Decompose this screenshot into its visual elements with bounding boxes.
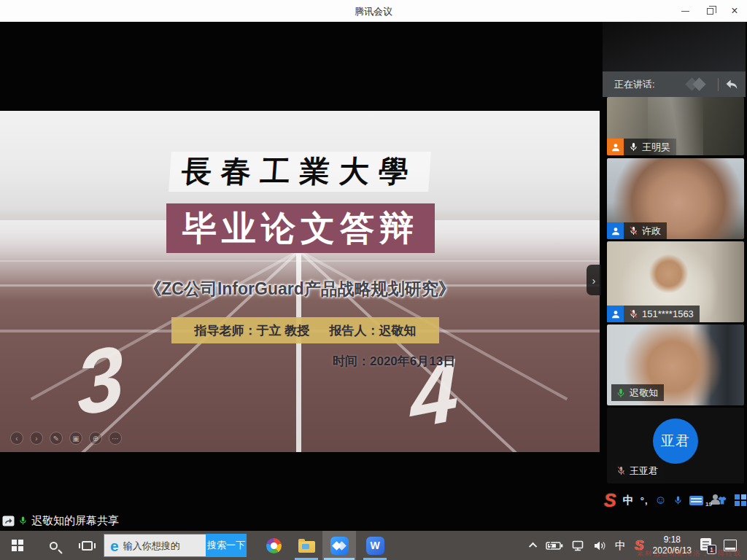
date-label: 时间：2020年6月13日: [333, 353, 455, 370]
tray-ime-mode[interactable]: 中: [615, 539, 626, 553]
taskbar-app-tencent-meeting[interactable]: [322, 531, 356, 560]
stock-watermark: 素材选自站酷海洛，不得转载: [637, 548, 741, 559]
ime-voice-icon[interactable]: [673, 494, 683, 506]
close-button[interactable]: ×: [722, 0, 747, 22]
participant-tile[interactable]: 王明昊: [607, 97, 744, 155]
battery-icon[interactable]: [546, 541, 563, 551]
minimize-icon: [681, 11, 689, 12]
prev-slide-icon: ‹: [10, 432, 23, 445]
tray-time: 9:18: [653, 534, 692, 545]
chevron-right-icon: ›: [592, 274, 596, 287]
search-input[interactable]: [123, 540, 206, 551]
screen-share-indicator: 迟敬知的屏幕共享: [2, 512, 119, 529]
windows-taskbar: e 搜索一下 W 中 S 9:18 2020/6/13: [0, 531, 747, 560]
slide-title-banner: 毕业论文答辩: [166, 203, 435, 253]
tencent-meeting-logo-icon: [686, 78, 711, 91]
lane-number-3: 3: [73, 324, 128, 436]
ime-keyboard-icon[interactable]: [689, 496, 703, 505]
participant-label: 王亚君: [611, 462, 664, 479]
sogou-logo-icon[interactable]: S: [604, 491, 616, 510]
tencent-meeting-icon: [330, 537, 349, 555]
participant-name: 王亚君: [630, 464, 658, 478]
close-icon: ×: [731, 5, 738, 17]
participant-tile[interactable]: 许政: [607, 158, 744, 239]
sidebar-header: 正在讲话:: [603, 71, 746, 97]
ime-punctuation-icon[interactable]: °,: [640, 495, 649, 506]
participant-label: 许政: [607, 222, 667, 239]
wps-icon: W: [366, 537, 384, 555]
mic-muted-icon: [616, 465, 626, 477]
tray-expand-chevron-icon[interactable]: [531, 542, 537, 548]
taskbar-search-box[interactable]: e 搜索一下: [104, 534, 247, 557]
track-cross-line: [0, 260, 600, 262]
start-button[interactable]: [0, 531, 35, 560]
pen-icon: ✎: [50, 432, 63, 445]
slideshow-controls: ‹ › ✎ ▣ ⊕ ⋯: [10, 432, 122, 445]
mic-on-icon: [628, 141, 638, 153]
mic-muted-icon: [628, 308, 638, 320]
file-explorer-icon: [298, 541, 315, 553]
restore-icon: [707, 8, 713, 15]
participant-tile[interactable]: 迟敬知: [607, 324, 744, 405]
sidebar-collapse-handle[interactable]: ›: [587, 265, 601, 295]
taskbar-app-wps[interactable]: W: [359, 531, 391, 560]
slide-title: 毕业论文答辩: [182, 206, 419, 252]
participant-name: 迟敬知: [630, 386, 658, 400]
task-view-button[interactable]: [71, 531, 102, 560]
participant-badge-icon: [607, 222, 624, 239]
participant-label: 151****1563: [607, 306, 700, 322]
mic-speaking-icon: [18, 515, 28, 526]
search-icon: [50, 542, 58, 550]
minimize-button[interactable]: [673, 0, 697, 22]
presenter-badge-icon: [607, 139, 624, 155]
window-titlebar: 腾讯会议 ×: [0, 0, 747, 22]
speaking-now-label: 正在讲话:: [614, 78, 686, 91]
mic-speaking-icon: [616, 387, 626, 399]
back-arrow-icon[interactable]: [724, 77, 738, 91]
windows-logo-icon: [12, 540, 23, 551]
participant-name: 151****1563: [642, 308, 694, 319]
speaker-icon[interactable]: [594, 540, 606, 551]
participant-badge-icon: [607, 306, 624, 322]
edge-icon: e: [110, 538, 119, 553]
participant-label: 迟敬知: [611, 384, 664, 401]
ime-toolbox-icon[interactable]: [735, 494, 746, 506]
restore-button[interactable]: [697, 0, 722, 22]
sogou-ime-toolbar: S 中 °, ☺ 19: [604, 490, 746, 510]
participant-name: 王明昊: [642, 141, 670, 154]
participant-tile[interactable]: 151****1563: [607, 241, 744, 322]
divider: [718, 78, 719, 91]
zoom-icon: ⊕: [89, 432, 102, 445]
ime-login-badge: 19: [705, 501, 712, 508]
mic-muted-icon: [628, 225, 638, 237]
taskbar-search-button[interactable]: [38, 531, 69, 560]
share-label: 迟敬知的屏幕共享: [31, 514, 119, 528]
search-go-button[interactable]: 搜索一下: [206, 534, 247, 557]
taskbar-app-browser[interactable]: [258, 531, 290, 560]
presenter-label: 报告人：迟敬知: [329, 322, 416, 339]
shared-screen-slide: 3 4 長春工業大學 毕业论文答辩 《ZC公司InforGuard产品战略规划研…: [0, 111, 600, 452]
window-title: 腾讯会议: [0, 5, 747, 18]
next-slide-icon: ›: [30, 432, 43, 445]
university-calligraphy: 長春工業大學: [0, 152, 600, 192]
advisor-label: 指导老师：于立 教授: [195, 322, 310, 339]
more-icon: ⋯: [109, 432, 122, 445]
browser-pinwheel-icon: [266, 538, 282, 553]
task-view-icon: [82, 541, 93, 551]
ime-mode-chinese[interactable]: 中: [623, 494, 634, 508]
taskbar-app-file-explorer[interactable]: [290, 531, 322, 560]
advisor-presenter-bar: 指导老师：于立 教授 报告人：迟敬知: [171, 317, 439, 343]
ime-emoji-icon[interactable]: ☺: [655, 494, 667, 507]
slide-subtitle: 《ZC公司InforGuard产品战略规划研究》: [0, 278, 600, 300]
sidebar-top-gradient: [603, 22, 746, 71]
participant-tile[interactable]: 亚君 王亚君: [607, 408, 744, 483]
participant-label: 王明昊: [607, 139, 676, 155]
participant-name: 许政: [642, 225, 661, 238]
screen-share-icon: [2, 516, 15, 526]
avatar: 亚君: [653, 419, 698, 464]
network-icon[interactable]: [572, 540, 585, 551]
ime-skin-icon[interactable]: [716, 495, 728, 505]
menu-icon: ▣: [69, 432, 82, 445]
